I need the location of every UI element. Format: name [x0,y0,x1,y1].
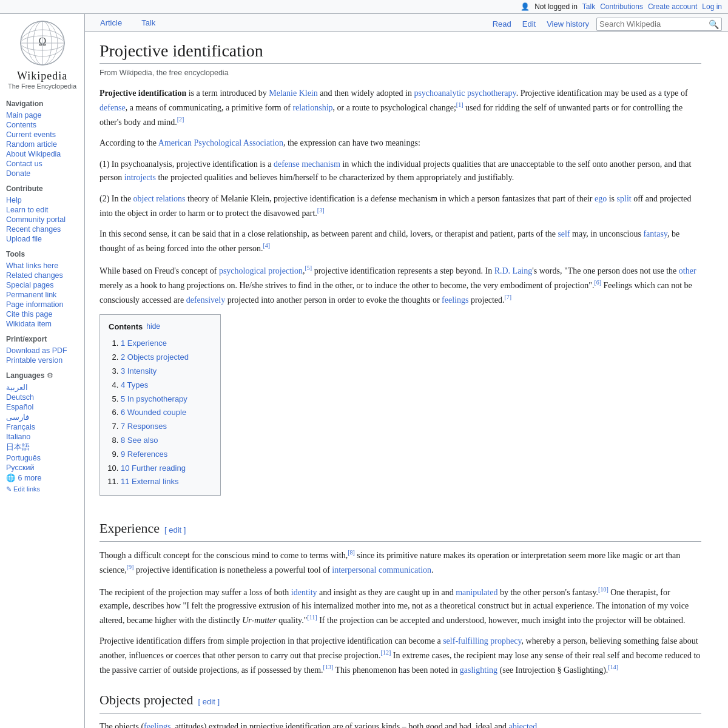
ref6[interactable]: [6] [594,279,601,286]
ref9[interactable]: [9] [127,564,134,570]
defensively-link[interactable]: defensively [186,295,226,304]
toc-link-1[interactable]: 1 Experience [121,339,167,348]
talk-link[interactable]: Talk [582,2,595,11]
ref11[interactable]: [11] [307,614,317,621]
view-history-tab[interactable]: View history [543,17,593,31]
toc-link-11[interactable]: 11 External links [121,477,178,486]
sidebar-item-special-pages[interactable]: Special pages [6,280,78,290]
list-item: 1 Experience [121,337,212,351]
ego-link[interactable]: ego [595,194,607,203]
sidebar-item-lang-de[interactable]: Deutsch [6,393,78,402]
melanie-klein-link[interactable]: Melanie Klein [269,89,317,98]
toc-link-7[interactable]: 7 Responses [121,422,167,431]
sidebar-item-recent-changes[interactable]: Recent changes [6,224,78,234]
gaslighting-link[interactable]: gaslighting [460,666,497,675]
manipulated-link[interactable]: manipulated [456,587,497,596]
sidebar-item-learn-to-edit[interactable]: Learn to edit [6,205,78,215]
sidebar-item-contact-us[interactable]: Contact us [6,159,78,169]
ref2[interactable]: [2] [177,116,184,123]
toc-link-6[interactable]: 6 Wounded couple [121,408,186,417]
experience-edit-button[interactable]: edit [164,524,186,537]
top-bar: 👤 Not logged in Talk Contributions Creat… [0,0,728,14]
sidebar-item-about-wikipedia[interactable]: About Wikipedia [6,149,78,159]
abjected-link[interactable]: abjected [509,722,538,728]
create-account-link[interactable]: Create account [648,2,697,11]
ref4[interactable]: [4] [263,242,270,249]
toc-link-9[interactable]: 9 References [121,450,167,459]
object-relations-link[interactable]: object relations [133,194,186,203]
psychoanalytic-link[interactable]: psychoanalytic psychotherapy [414,89,516,98]
search-input[interactable] [599,19,709,29]
sidebar-item-current-events[interactable]: Current events [6,130,78,140]
sidebar-item-main-page[interactable]: Main page [6,110,78,120]
sidebar-item-help[interactable]: Help [6,195,78,205]
ref12[interactable]: [12] [381,649,391,656]
ref1[interactable]: [1] [456,101,463,108]
sidebar-item-wikidata-item[interactable]: Wikidata item [6,319,78,329]
ref14[interactable]: [14] [608,664,618,670]
ref13[interactable]: [13] [323,664,334,670]
self-link[interactable]: self [558,229,570,238]
ref3[interactable]: [3] [317,207,325,214]
toc-link-8[interactable]: 8 See also [121,436,158,445]
sidebar-item-contents[interactable]: Contents [6,120,78,130]
ref5[interactable]: [5] [305,265,312,271]
self-fulfilling-prophecy-link[interactable]: self-fulfilling prophecy [443,636,521,645]
other-link[interactable]: other [679,266,696,275]
split-link[interactable]: split [617,194,632,203]
feelings-link[interactable]: feelings [442,295,468,304]
fantasy-link[interactable]: fantasy [643,229,667,238]
sidebar-item-lang-fa[interactable]: فارسی [6,412,78,422]
sidebar-item-printable-version[interactable]: Printable version [6,356,78,365]
identity-link[interactable]: identity [291,587,317,596]
sidebar-item-cite-this-page[interactable]: Cite this page [6,309,78,319]
sidebar-item-lang-pt[interactable]: Português [6,453,78,463]
rd-laing-link[interactable]: R.D. Laing [494,266,533,275]
toc-link-4[interactable]: 4 Types [121,380,148,389]
sidebar-item-what-links-here[interactable]: What links here [6,261,78,271]
toc-link-5[interactable]: 5 In psychotherapy [121,394,187,403]
objects-projected-edit-button[interactable]: edit [198,696,220,709]
sidebar-item-lang-it[interactable]: Italiano [6,432,78,442]
apa-link[interactable]: American Psychological Association [158,138,283,147]
edit-links-button[interactable]: ✎ Edit links [6,485,78,493]
sidebar-item-lang-es[interactable]: Español [6,402,78,412]
sidebar-item-lang-ru[interactable]: Русский [6,463,78,473]
tab-talk[interactable]: Talk [132,14,164,31]
ref7[interactable]: [7] [505,294,512,300]
log-in-link[interactable]: Log in [702,2,722,11]
sidebar-item-upload-file[interactable]: Upload file [6,234,78,244]
relationship-link[interactable]: relationship [292,103,332,112]
sidebar-item-donate[interactable]: Donate [6,169,78,178]
tab-article[interactable]: Article [91,14,131,31]
edit-tab[interactable]: Edit [519,17,539,31]
ref8[interactable]: [8] [348,549,355,556]
search-button[interactable]: 🔍 [709,19,719,29]
interpersonal-communication-link[interactable]: interpersonal communication [332,565,431,575]
sidebar-item-page-information[interactable]: Page information [6,300,78,309]
ref10[interactable]: [10] [598,586,608,593]
language-settings-icon[interactable]: ⚙ [47,371,55,380]
feelings-obj-link[interactable]: feelings [144,722,170,728]
sidebar-item-permanent-link[interactable]: Permanent link [6,290,78,300]
sidebar-item-community-portal[interactable]: Community portal [6,215,78,224]
read-tab[interactable]: Read [489,17,515,31]
toc-link-10[interactable]: 10 Further reading [121,463,186,473]
defense-mechanism-link[interactable]: defense mechanism [274,160,340,169]
toc-link-2[interactable]: 2 Objects projected [121,352,189,362]
defense-link[interactable]: defense [99,103,126,112]
sidebar-item-download-pdf[interactable]: Download as PDF [6,346,78,356]
toc-hide-button[interactable]: hide [146,321,160,332]
toc-link-3[interactable]: 3 Intensity [121,366,157,376]
translate-icon: 🌐 [6,474,16,482]
psychological-projection-link[interactable]: psychological projection [219,266,303,275]
introjects-link[interactable]: introjects [124,173,156,182]
more-languages-link[interactable]: 🌐 6 more [6,473,78,483]
user-icon: 👤 [521,2,530,11]
sidebar-item-lang-ar[interactable]: العربية [6,382,78,393]
sidebar-item-lang-fr[interactable]: Français [6,422,78,432]
sidebar-item-lang-ja[interactable]: 日本語 [6,442,78,453]
sidebar-item-random-article[interactable]: Random article [6,140,78,149]
sidebar-item-related-changes[interactable]: Related changes [6,271,78,280]
contributions-link[interactable]: Contributions [600,2,643,11]
